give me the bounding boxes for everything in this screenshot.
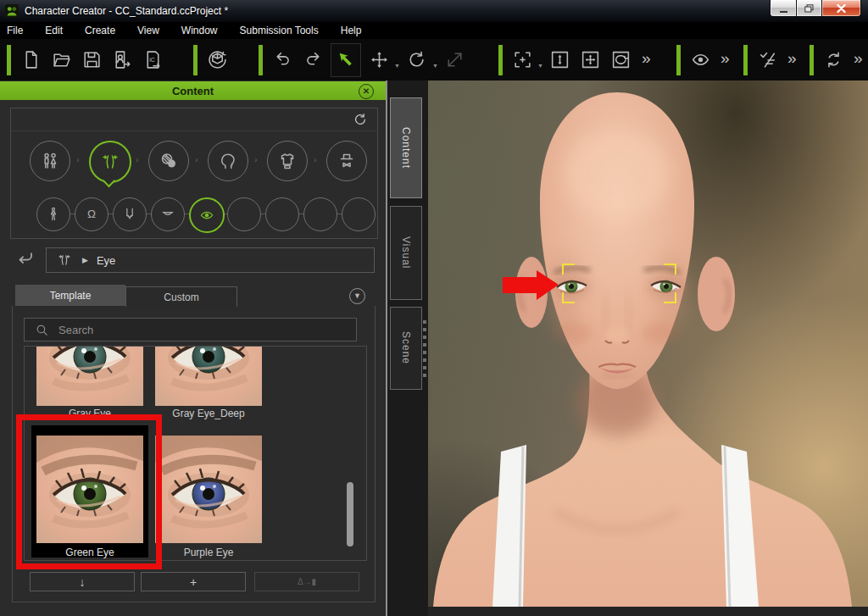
apply-button[interactable]: ↓ (30, 572, 135, 591)
menu-edit[interactable]: Edit (34, 22, 74, 39)
adjust-tool-icon[interactable] (755, 44, 779, 76)
toolbar-separator (743, 45, 748, 75)
subcategory-empty-3[interactable] (303, 197, 337, 231)
list-scrollbar[interactable] (347, 482, 353, 547)
subcategory-empty-4[interactable] (342, 197, 376, 231)
app-icon (5, 4, 19, 18)
morph-mini-icon (57, 253, 72, 268)
redo-icon[interactable] (301, 44, 325, 76)
toolbar-group: » (670, 44, 737, 76)
toolbar-separator (193, 45, 198, 75)
template-item-gray-eye[interactable] (36, 347, 143, 406)
category-actor[interactable] (30, 141, 70, 181)
search-icon (35, 323, 49, 337)
svg-text:iC: iC (149, 57, 155, 63)
template-item-label: Gray Eye_Deep (155, 408, 262, 419)
content-panel-header[interactable]: Content ✕ (0, 81, 386, 100)
breadcrumb-label: Eye (97, 254, 115, 267)
eye-selection-brackets (562, 264, 676, 303)
main-toolbar: iC▼▼▼»»»» (0, 39, 868, 80)
title-bar[interactable]: Character Creator - CC_Standard.ccProjec… (0, 0, 868, 22)
category-material[interactable] (148, 141, 189, 181)
category-arrow-icon: › (254, 154, 258, 164)
export-iclone-icon[interactable]: iC (141, 44, 164, 76)
toolbar-separator (810, 45, 814, 75)
collapse-chevron-icon[interactable]: ▼ (349, 288, 365, 304)
category-arrow-icon: › (314, 154, 317, 164)
move-dropdown-caret[interactable]: ▼ (394, 63, 400, 69)
panel-close-icon[interactable]: ✕ (359, 84, 374, 99)
tab-custom[interactable]: Custom (125, 286, 237, 307)
subcategory-head-shape[interactable]: Ω (75, 197, 108, 231)
drag-handle[interactable] (423, 320, 426, 377)
toolbar-group: » (737, 44, 803, 76)
sync-update-icon[interactable] (821, 44, 845, 76)
orbit-camera-icon[interactable] (609, 44, 633, 76)
category-refresh-row (11, 108, 377, 131)
subcategory-empty-1[interactable] (227, 197, 261, 231)
annotation-highlight-rect (16, 414, 162, 569)
select-icon[interactable] (331, 44, 360, 76)
focus-frame-icon[interactable] (510, 44, 534, 76)
convert-button: Δ→▮ (254, 572, 359, 591)
side-tab-content[interactable]: Content (390, 97, 422, 198)
template-item-purple-eye[interactable] (155, 436, 262, 543)
menu-help[interactable]: Help (330, 22, 373, 39)
minimize-button[interactable] (770, 0, 797, 17)
search-input[interactable] (57, 323, 314, 337)
toolbar-group: ▼» (492, 44, 670, 76)
subcategory-body[interactable] (36, 197, 70, 231)
more-visibility-tools-icon[interactable]: » (721, 49, 730, 68)
restore-button[interactable] (797, 0, 821, 17)
focus-frame-dropdown-caret[interactable]: ▼ (537, 63, 543, 69)
rotate-icon[interactable] (405, 44, 429, 76)
visibility-icon[interactable] (688, 44, 712, 76)
export-character-icon[interactable] (110, 44, 134, 76)
window-controls (770, 0, 861, 17)
toolbar-group: iC (0, 44, 186, 76)
tab-template[interactable]: Template (15, 285, 125, 306)
open-project-icon[interactable] (49, 44, 73, 76)
menu-submission-tools[interactable]: Submission Tools (229, 22, 330, 39)
save-project-icon[interactable] (80, 44, 103, 76)
pan-view-icon[interactable] (579, 44, 603, 76)
back-icon[interactable] (14, 247, 37, 271)
rotate-dropdown-caret[interactable]: ▼ (432, 63, 438, 69)
toolbar-separator (259, 45, 263, 75)
undo-icon[interactable] (270, 44, 294, 76)
side-tab-scene[interactable]: Scene (390, 307, 422, 390)
subcategory-empty-2[interactable] (265, 197, 299, 231)
category-cloth[interactable] (267, 141, 308, 181)
more-sync-tools-icon[interactable]: » (854, 49, 863, 68)
annotation-arrow (503, 269, 560, 302)
viewport-3d[interactable] (428, 80, 868, 616)
add-button[interactable]: + (141, 572, 246, 591)
new-project-icon[interactable] (19, 44, 42, 76)
content-panel: Content ✕ ››››› Ω ▶ Eye Template Custom … (0, 80, 386, 616)
toolbar-group (186, 44, 252, 76)
breadcrumb[interactable]: ▶ Eye (46, 247, 375, 273)
subcategory-eye[interactable] (189, 197, 225, 233)
category-accessory[interactable] (326, 141, 367, 181)
category-head[interactable] (208, 141, 248, 181)
close-button[interactable] (821, 0, 861, 17)
more-camera-tools-icon[interactable]: » (642, 49, 651, 68)
menu-view[interactable]: View (126, 22, 170, 39)
side-tab-visual[interactable]: Visual (390, 206, 422, 300)
menu-file[interactable]: File (0, 22, 34, 39)
zoom-extents-icon[interactable] (548, 44, 572, 76)
template-item-gray-eye-deep[interactable] (155, 347, 262, 406)
subcategory-mouth[interactable] (151, 197, 185, 231)
scale-icon[interactable] (443, 44, 467, 76)
more-adjust-tools-icon[interactable]: » (787, 49, 797, 68)
menu-create[interactable]: Create (74, 22, 126, 39)
window-title: Character Creator - CC_Standard.ccProjec… (25, 5, 228, 17)
search-box (24, 318, 357, 341)
move-icon[interactable] (367, 44, 391, 76)
subcategory-torso[interactable] (113, 197, 147, 231)
menu-window[interactable]: Window (170, 22, 229, 39)
category-arrow-icon: › (136, 154, 139, 164)
toolbar-group: » (803, 44, 861, 76)
refresh-icon[interactable] (352, 111, 369, 128)
content-manager-icon[interactable] (205, 44, 229, 76)
